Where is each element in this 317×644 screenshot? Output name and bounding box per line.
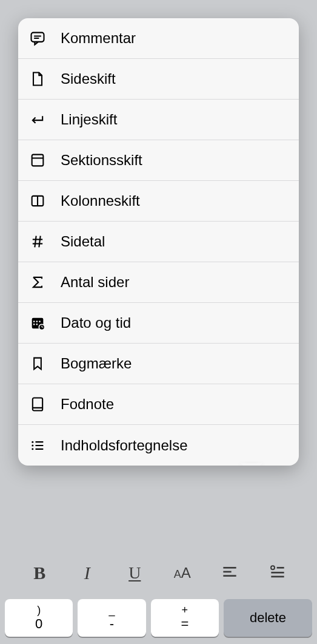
menu-item-toc[interactable]: Indholdsfortegnelse — [18, 425, 299, 466]
underline-button[interactable]: U — [116, 558, 153, 588]
font-size-button[interactable]: AA — [164, 558, 201, 588]
menu-item-page-count[interactable]: Antal sider — [18, 262, 299, 303]
section-break-icon — [28, 151, 47, 170]
bookmark-icon — [28, 354, 47, 373]
underline-icon: U — [128, 563, 141, 583]
menu-label: Linjeskift — [61, 111, 117, 128]
svg-point-22 — [32, 441, 33, 442]
footnote-icon — [28, 395, 47, 414]
menu-label: Sideskift — [61, 70, 116, 87]
svg-rect-20 — [33, 398, 42, 411]
insert-button[interactable] — [259, 558, 296, 588]
insert-menu-popover: Kommentar Sideskift Linjeskift Sektionss… — [18, 18, 299, 466]
bold-button[interactable]: B — [21, 558, 58, 588]
toc-icon — [28, 436, 47, 455]
comment-icon — [28, 29, 47, 48]
align-button[interactable] — [212, 558, 248, 588]
menu-label: Fodnote — [61, 396, 114, 413]
bold-icon: B — [33, 563, 45, 583]
key-minus[interactable]: _ - — [78, 599, 145, 637]
menu-label: Kommentar — [61, 30, 136, 47]
svg-rect-15 — [33, 324, 35, 325]
menu-item-date-time[interactable]: Dato og tid — [18, 303, 299, 344]
calendar-icon — [28, 313, 47, 333]
menu-label: Sektionsskift — [61, 152, 142, 169]
align-icon — [220, 562, 239, 584]
column-break-icon — [28, 191, 47, 211]
italic-button[interactable]: I — [69, 558, 105, 588]
line-break-icon — [28, 110, 47, 129]
svg-point-24 — [32, 448, 33, 450]
menu-label: Antal sider — [61, 274, 129, 291]
keyboard-row: ) 0 _ - + = delete — [0, 597, 317, 644]
key-equals[interactable]: + = — [151, 599, 219, 637]
format-toolbar: B I U AA — [0, 552, 317, 597]
svg-point-23 — [32, 444, 33, 446]
menu-item-page-number[interactable]: Sidetal — [18, 222, 299, 262]
sigma-icon — [28, 273, 47, 292]
svg-rect-12 — [33, 321, 35, 322]
svg-rect-0 — [32, 33, 44, 42]
menu-label: Indholdsfortegnelse — [61, 437, 187, 454]
svg-line-10 — [39, 236, 40, 248]
key-delete[interactable]: delete — [224, 599, 312, 637]
svg-rect-13 — [36, 321, 38, 322]
font-size-icon: AA — [174, 564, 191, 581]
menu-item-comment[interactable]: Kommentar — [18, 18, 299, 59]
menu-item-line-break[interactable]: Linjeskift — [18, 100, 299, 140]
menu-item-column-break[interactable]: Kolonneskift — [18, 181, 299, 222]
key-0[interactable]: ) 0 — [5, 599, 73, 637]
hash-icon — [28, 232, 47, 251]
italic-icon: I — [84, 563, 90, 583]
svg-rect-14 — [39, 321, 40, 322]
menu-item-footnote[interactable]: Fodnote — [18, 384, 299, 425]
page-break-icon — [28, 69, 47, 89]
menu-label: Dato og tid — [61, 314, 131, 331]
menu-item-page-break[interactable]: Sideskift — [18, 59, 299, 100]
menu-item-bookmark[interactable]: Bogmærke — [18, 344, 299, 384]
menu-item-section-break[interactable]: Sektionsskift — [18, 140, 299, 181]
insert-icon — [268, 562, 287, 584]
menu-label: Sidetal — [61, 233, 105, 250]
svg-line-9 — [35, 236, 36, 248]
svg-rect-16 — [36, 324, 38, 325]
svg-rect-3 — [32, 155, 44, 166]
menu-label: Bogmærke — [61, 355, 132, 372]
menu-label: Kolonneskift — [61, 192, 140, 209]
